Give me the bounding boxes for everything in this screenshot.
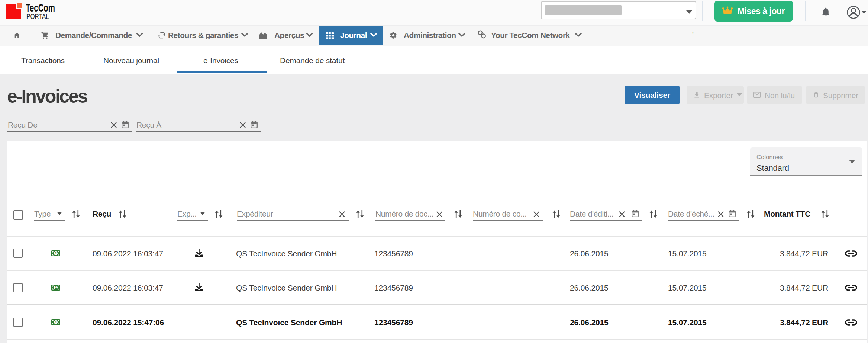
- svg-text:1: 1: [55, 251, 57, 255]
- svg-text:1: 1: [55, 320, 57, 324]
- svg-text:1: 1: [55, 286, 57, 289]
